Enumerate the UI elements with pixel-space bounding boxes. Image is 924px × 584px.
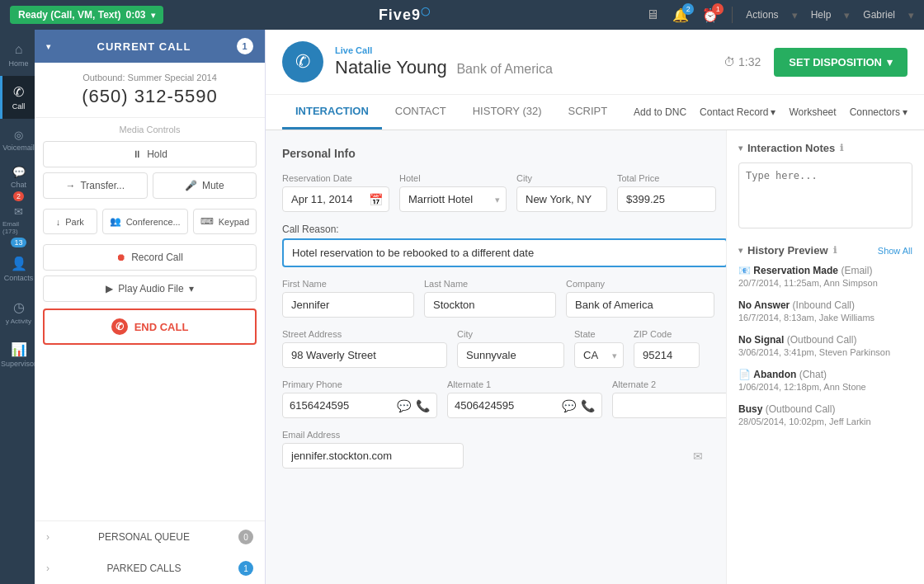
main-panel: Personal Info Reservation Date 📅 Hotel [266, 130, 726, 584]
mute-icon: 🎤 [185, 180, 197, 191]
history-item-4: Busy (Outbound Call) 28/05/2014, 10:02pm… [738, 403, 912, 426]
total-price-group: Total Price [617, 173, 716, 212]
sidebar: ▾ CURRENT CALL 1 Outbound: Summer Specia… [35, 30, 266, 584]
ready-status[interactable]: Ready (Call, VM, Text) 0:03 ▾ [10, 6, 163, 24]
play-audio-button[interactable]: ▶ Play Audio File ▾ [43, 276, 257, 302]
state-group: State CA [574, 329, 624, 368]
last-name-group: Last Name [424, 279, 556, 318]
call-reason-input[interactable] [282, 238, 726, 267]
history-title-4: Busy [738, 403, 762, 415]
mute-button[interactable]: 🎤 Mute [153, 172, 257, 199]
conference-button[interactable]: 👥 Conference... [102, 209, 188, 234]
current-call-header[interactable]: ▾ CURRENT CALL 1 [35, 30, 265, 63]
show-all-link[interactable]: Show All [878, 246, 912, 256]
keypad-button[interactable]: ⌨ Keypad [193, 209, 257, 234]
help-menu[interactable]: Help [811, 9, 832, 21]
status-dropdown-arrow[interactable]: ▾ [151, 11, 155, 20]
alt2-input[interactable] [613, 393, 726, 417]
sidebar-item-email[interactable]: ✉ Email (173) 13 [0, 205, 35, 247]
home-label: Home [8, 59, 28, 68]
call-icon: ✆ [13, 84, 24, 100]
contacts-icon: 👤 [11, 256, 27, 271]
sidebar-item-call[interactable]: ✆ Call [0, 76, 35, 119]
alt1-input[interactable] [448, 393, 555, 417]
first-name-group: First Name [282, 279, 414, 318]
supervisor-label: Supervisor [1, 360, 36, 368]
city2-label: City [457, 329, 564, 339]
park-button[interactable]: ↓ Park [43, 209, 97, 234]
last-name-input[interactable] [424, 292, 556, 318]
sidebar-bottom: › PERSONAL QUEUE 0 › PARKED CALLS 1 [35, 520, 265, 584]
tab-script[interactable]: SCRIPT [555, 95, 621, 130]
sidebar-item-voicemail[interactable]: ◎ Voicemail [0, 119, 35, 162]
first-name-input[interactable] [282, 292, 414, 318]
primary-phone-label: Primary Phone [282, 379, 437, 389]
right-panel: ▾ Interaction Notes ℹ ▾ History Preview … [726, 130, 924, 584]
record-call-button[interactable]: ⏺ Record Call [43, 244, 257, 271]
city2-input[interactable] [457, 342, 564, 368]
tab-contact[interactable]: CONTACT [382, 95, 460, 130]
transfer-button[interactable]: → Transfer... [43, 172, 148, 199]
primary-phone-input[interactable] [283, 393, 390, 417]
call-reason-label: Call Reason: [282, 224, 710, 235]
sidebar-item-home[interactable]: ⌂ Home [0, 33, 35, 76]
calendar-icon: 📅 [369, 193, 383, 206]
total-price-label: Total Price [617, 173, 716, 183]
call-alt1-icon[interactable]: 📞 [581, 399, 595, 412]
alt1-phone-group: Alternate 1 💬 📞 [447, 379, 602, 418]
contact-record-arrow: ▾ [771, 106, 776, 118]
company-input[interactable] [566, 292, 714, 318]
personal-queue-header[interactable]: › PERSONAL QUEUE 0 [35, 521, 265, 553]
voicemail-label: Voicemail [2, 144, 35, 152]
call-timer: ⏱ 1:32 [724, 55, 761, 68]
actions-menu[interactable]: Actions [746, 9, 778, 21]
user-menu[interactable]: Gabriel [863, 9, 895, 21]
company-group: Company [566, 279, 714, 318]
call-reason-section: Call Reason: [282, 224, 710, 267]
media-label: Media Controls [43, 125, 257, 134]
zip-input[interactable] [634, 342, 700, 368]
reservation-date-label: Reservation Date [282, 173, 389, 183]
history-meta-3: 1/06/2014, 12:18pm, Ann Stone [738, 382, 912, 392]
email-label: Email Address [282, 430, 710, 440]
state-select[interactable]: CA [574, 342, 624, 368]
history-type-4: (Outbound Call) [766, 403, 836, 415]
chat-phone-icon[interactable]: 💬 [397, 399, 411, 412]
call-phone-icon[interactable]: 📞 [416, 399, 430, 412]
live-call-label: Live Call [335, 45, 553, 55]
parked-calls-header[interactable]: › PARKED CALLS 1 [35, 553, 265, 584]
city-input[interactable] [516, 186, 607, 212]
email-input[interactable] [282, 443, 464, 469]
contact-record-link[interactable]: Contact Record ▾ [700, 106, 776, 118]
notification-icon[interactable]: 🔔 2 [672, 7, 689, 23]
record-icon: ⏺ [116, 252, 126, 263]
tabs-bar: INTERACTION CONTACT HISTORY (32) SCRIPT … [266, 95, 924, 130]
tab-interaction[interactable]: INTERACTION [282, 95, 382, 130]
sidebar-item-supervisor[interactable]: 📊 Supervisor [0, 333, 35, 376]
disp-dropdown-icon: ▾ [887, 56, 893, 68]
sidebar-item-activity[interactable]: ◷ y Activity [0, 290, 35, 333]
caller-name-row: Natalie Young Bank of America [335, 57, 553, 78]
hold-button[interactable]: ⏸ Hold [43, 141, 257, 167]
alt2-label: Alternate 2 [612, 379, 726, 389]
city-group: City [516, 173, 607, 212]
activity-icon: ◷ [13, 299, 25, 315]
email-section: Email Address ✉ [282, 430, 710, 469]
add-to-dnc-link[interactable]: Add to DNC [634, 106, 686, 118]
monitor-icon[interactable]: 🖥 [646, 7, 659, 22]
set-disposition-button[interactable]: SET DISPOSITION ▾ [774, 48, 908, 77]
chat-alt1-icon[interactable]: 💬 [562, 399, 576, 412]
connectors-link[interactable]: Connectors ▾ [850, 106, 908, 118]
sidebar-item-contacts[interactable]: 👤 Contacts [0, 247, 35, 290]
topbar: Ready (Call, VM, Text) 0:03 ▾ Five9◯ 🖥 🔔… [0, 0, 924, 30]
clock-icon[interactable]: ⏰ 1 [702, 7, 719, 23]
street-input[interactable] [282, 342, 447, 368]
notes-textarea[interactable] [738, 162, 912, 228]
end-call-button[interactable]: ✆ END CALL [43, 308, 257, 345]
total-price-input[interactable] [617, 186, 716, 212]
worksheet-link[interactable]: Worksheet [789, 106, 836, 118]
sidebar-item-chat[interactable]: 💬 Chat 2 [0, 162, 35, 205]
hotel-select[interactable]: Marriott Hotel [399, 186, 507, 212]
tab-history[interactable]: HISTORY (32) [460, 95, 555, 130]
collapse-arrow[interactable]: ▾ [46, 42, 51, 51]
